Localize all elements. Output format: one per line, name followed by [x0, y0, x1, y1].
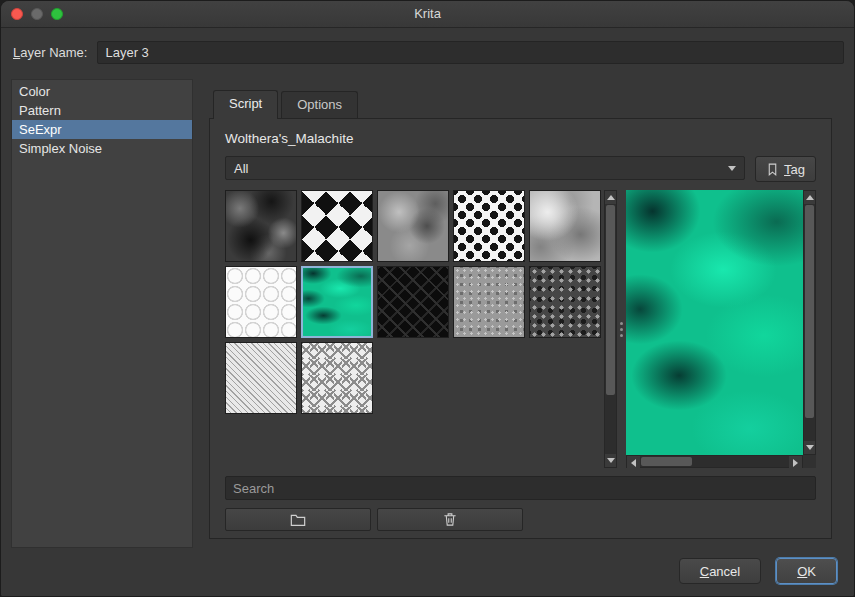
window-title: Krita — [1, 6, 854, 21]
splitter-dot — [620, 334, 623, 337]
preview-hscroll-track[interactable] — [640, 456, 789, 467]
triangle-left-icon — [631, 459, 636, 467]
grid-scroll-track[interactable] — [605, 204, 616, 454]
tag-filter-value: All — [234, 161, 728, 176]
triangle-up-icon — [607, 195, 615, 200]
preview-scroll-left-button[interactable] — [627, 456, 640, 469]
triangle-down-icon — [607, 458, 615, 463]
titlebar: Krita — [1, 1, 854, 28]
dark-speckle-pattern-thumbnail[interactable] — [529, 266, 601, 338]
malachite-pattern-thumbnail[interactable] — [301, 266, 373, 338]
pattern-preview-image — [626, 190, 803, 455]
generator-item-pattern[interactable]: Pattern — [12, 101, 192, 120]
preview-scroll-right-button[interactable] — [789, 456, 802, 469]
triangle-up-icon — [806, 195, 814, 200]
pattern-grid — [225, 190, 601, 468]
triangle-down-icon — [806, 445, 814, 450]
folder-icon — [290, 513, 306, 527]
scrollbar-corner — [803, 455, 816, 468]
herringbone-pattern-thumbnail[interactable] — [301, 342, 373, 414]
selected-pattern-name: Wolthera's_Malachite — [225, 131, 816, 146]
preview-horizontal-scrollbar[interactable] — [626, 455, 803, 468]
grid-scroll-up-button[interactable] — [605, 191, 616, 204]
chevron-down-icon — [728, 166, 736, 171]
resource-tools-row — [225, 508, 816, 531]
grid-scrollbar[interactable] — [604, 190, 617, 468]
preview-vertical-scrollbar[interactable] — [803, 190, 816, 455]
dark-maze-pattern-thumbnail[interactable] — [377, 266, 449, 338]
layer-name-label: Layer Name: — [13, 45, 87, 60]
gray-mottle-pattern-thumbnail[interactable] — [377, 190, 449, 262]
layer-name-input[interactable] — [97, 41, 844, 64]
dialog-footer: Cancel OK — [679, 558, 837, 584]
pattern-preview-area — [626, 190, 816, 468]
generator-item-seexpr[interactable]: SeExpr — [12, 120, 192, 139]
generator-list: ColorPatternSeExprSimplex Noise — [11, 79, 193, 548]
ok-button-label: OK — [797, 564, 816, 579]
cancel-button[interactable]: Cancel — [679, 558, 761, 584]
tab-bar: Script Options — [209, 88, 832, 118]
bw-kaleidoscope-pattern-thumbnail[interactable] — [301, 190, 373, 262]
preview-scroll-down-button[interactable] — [804, 441, 815, 454]
ok-button[interactable]: OK — [776, 558, 837, 584]
search-row — [225, 476, 816, 500]
tag-filter-dropdown[interactable]: All — [225, 156, 745, 180]
search-input[interactable] — [225, 476, 816, 500]
preview-vscroll-thumb[interactable] — [805, 205, 814, 418]
import-resource-button[interactable] — [225, 508, 371, 531]
preview-scroll-up-button[interactable] — [804, 191, 815, 204]
splitter-dot — [620, 328, 623, 331]
light-rings-pattern-thumbnail[interactable] — [225, 266, 297, 338]
pattern-chooser — [225, 190, 816, 468]
triangle-right-icon — [793, 459, 798, 467]
tag-button-label: Tag — [784, 162, 805, 177]
generator-options-area: Script Options Wolthera's_Malachite All … — [209, 88, 832, 539]
dark-marble-pattern-thumbnail[interactable] — [225, 190, 297, 262]
cancel-button-label: Cancel — [700, 564, 740, 579]
preview-hscroll-thumb[interactable] — [641, 457, 692, 466]
preview-vscroll-track[interactable] — [804, 204, 815, 441]
gray-clouds-pattern-thumbnail[interactable] — [529, 190, 601, 262]
splitter-handle[interactable] — [617, 190, 626, 468]
script-tab-panel: Wolthera's_Malachite All Tag — [209, 118, 832, 539]
krita-fill-layer-dialog: Krita Layer Name: ColorPatternSeExprSimp… — [0, 0, 855, 597]
delete-resource-button[interactable] — [377, 508, 523, 531]
bookmark-icon — [766, 162, 779, 177]
grid-scroll-down-button[interactable] — [605, 454, 616, 467]
tab-script[interactable]: Script — [213, 90, 278, 119]
generator-item-color[interactable]: Color — [12, 82, 192, 101]
grid-scroll-thumb[interactable] — [606, 205, 615, 395]
generator-item-simplex-noise[interactable]: Simplex Noise — [12, 139, 192, 158]
diagonal-hatch-pattern-thumbnail[interactable] — [225, 342, 297, 414]
gray-grain-pattern-thumbnail[interactable] — [453, 266, 525, 338]
tag-button[interactable]: Tag — [755, 156, 816, 182]
filter-row: All Tag — [225, 156, 816, 182]
splitter-dot — [620, 322, 623, 325]
tab-options[interactable]: Options — [281, 91, 358, 118]
layer-name-row: Layer Name: — [13, 40, 844, 65]
trash-icon — [443, 512, 457, 527]
halftone-dots-pattern-thumbnail[interactable] — [453, 190, 525, 262]
